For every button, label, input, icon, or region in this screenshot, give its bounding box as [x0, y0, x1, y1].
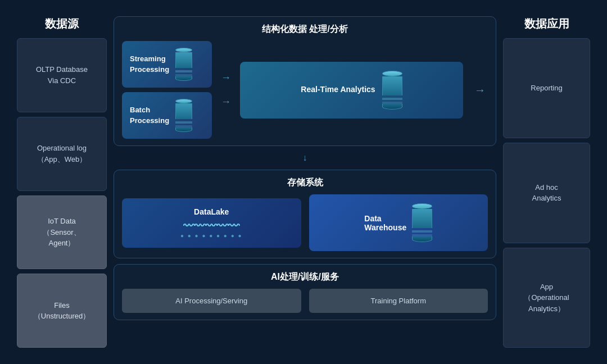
processing-section: 结构化数据 处理/分析 Streaming Processing [114, 16, 496, 146]
arrow-to-reporting: → [474, 84, 486, 97]
datalake-box: DataLake 〰〰〰〰〰 ● ● ● ● ● ● ● ● ● [122, 198, 301, 248]
right-column: 数据应用 Reporting Ad hoc Analytics App （Ope… [503, 16, 590, 348]
middle-column: 结构化数据 处理/分析 Streaming Processing [114, 16, 496, 348]
warehouse-box: Data Warehouse [309, 194, 488, 251]
source-iot-label: IoT Data （Sensor、 Agent） [43, 216, 80, 249]
storage-title: 存储系统 [122, 177, 488, 189]
left-title: 数据源 [17, 16, 107, 31]
warehouse-label: Data Warehouse [364, 214, 406, 232]
storage-section: 存储系统 DataLake 〰〰〰〰〰 ● ● ● ● ● ● ● ● ● Da… [114, 170, 496, 258]
source-iot: IoT Data （Sensor、 Agent） [17, 195, 107, 270]
down-arrow-1: ↓ [114, 153, 496, 163]
arrow-to-rt-1: → [221, 72, 231, 84]
main-container: 数据源 OLTP Database Via CDC Operational lo… [11, 11, 596, 353]
source-files: Files （Unstructured） [17, 274, 107, 348]
realtime-db-icon [382, 71, 402, 110]
app-operational: App （Operational Analytics） [503, 248, 590, 348]
ai-title: AI处理/训练/服务 [122, 271, 488, 283]
reporting-label: Reporting [531, 83, 562, 94]
adhoc-label: Ad hoc Analytics [532, 182, 561, 204]
processing-title: 结构化数据 处理/分析 [122, 24, 488, 35]
ai-section: AI处理/训练/服务 AI Processing/Serving Trainin… [114, 264, 496, 320]
source-oplog: Operational log （App、Web） [17, 117, 107, 191]
realtime-label: Real-Time Analytics [301, 84, 375, 95]
streaming-db-icon [175, 48, 193, 81]
source-files-label: Files （Unstructured） [34, 300, 90, 322]
batch-label: Batch Processing [130, 105, 169, 125]
left-column: 数据源 OLTP Database Via CDC Operational lo… [17, 16, 107, 348]
app-reporting: Reporting [503, 38, 590, 138]
batch-box: Batch Processing [122, 92, 212, 139]
batch-db-icon [175, 99, 193, 132]
app-adhoc: Ad hoc Analytics [503, 143, 590, 243]
streaming-label: Streaming Processing [130, 54, 169, 74]
storage-inner: DataLake 〰〰〰〰〰 ● ● ● ● ● ● ● ● ● Data Wa… [122, 194, 488, 251]
datalake-dots: ● ● ● ● ● ● ● ● ● [180, 233, 243, 239]
datalake-content: DataLake 〰〰〰〰〰 ● ● ● ● ● ● ● ● ● [180, 207, 243, 239]
datalake-label: DataLake [180, 207, 243, 216]
processing-arrows: → → [219, 72, 233, 108]
warehouse-db-icon [412, 203, 432, 242]
ai-processing-box: AI Processing/Serving [122, 289, 301, 313]
source-oplog-label: Operational log （App、Web） [37, 143, 87, 165]
ai-inner: AI Processing/Serving Training Platform [122, 289, 488, 313]
realtime-box: Real-Time Analytics [240, 62, 463, 119]
training-platform-box: Training Platform [309, 289, 488, 313]
processing-left: Streaming Processing Batch Processing [122, 41, 212, 139]
ai-processing-label: AI Processing/Serving [175, 297, 247, 305]
right-title: 数据应用 [503, 16, 590, 31]
arrow-to-rt-2: → [221, 96, 231, 108]
source-oltp: OLTP Database Via CDC [17, 38, 107, 112]
processing-inner: Streaming Processing Batch Processing [122, 41, 488, 139]
datalake-wave: 〰〰〰〰〰 [180, 220, 243, 233]
streaming-box: Streaming Processing [122, 41, 212, 88]
app-label: App （Operational Analytics） [524, 281, 569, 315]
training-label: Training Platform [371, 297, 427, 305]
source-oltp-label: OLTP Database Via CDC [36, 64, 88, 86]
